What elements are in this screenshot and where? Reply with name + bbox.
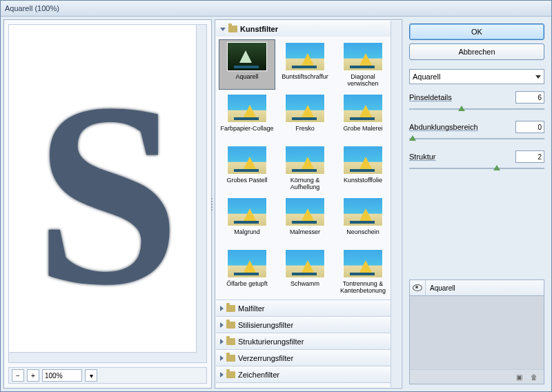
thumb-label: Malmesser [290, 228, 320, 242]
category-label: Zeichenfilter [238, 371, 279, 379]
slider-thumb-icon[interactable] [493, 165, 500, 170]
param-slider[interactable] [409, 104, 544, 114]
thumb-preview [285, 146, 325, 175]
param-label: Struktur [409, 153, 436, 161]
thumb-label: Neonschein [346, 228, 379, 242]
window-titlebar: Aquarell (100%) [1, 1, 551, 17]
filter-thumb[interactable]: Aquarell [219, 39, 275, 90]
scrollbar-vertical[interactable] [196, 25, 206, 362]
thumb-preview [285, 197, 325, 226]
thumb-label: Aquarell [235, 73, 258, 87]
category-header[interactable]: Stilisierungsfilter [216, 317, 391, 333]
param-value-input[interactable] [515, 91, 544, 104]
zoom-in-button[interactable]: + [27, 369, 39, 382]
filter-thumb[interactable]: Diagonal verwischen [335, 39, 391, 90]
category-header[interactable]: Zeichenfilter [216, 366, 391, 382]
chevron-down-icon [535, 75, 541, 79]
visibility-toggle[interactable] [410, 280, 426, 295]
param-pinseldetails: Pinseldetails [409, 91, 544, 114]
preview-panel: S − + 100% ▾ [3, 19, 212, 389]
thumb-label: Körnung & Aufhellung [278, 177, 332, 190]
param-slider[interactable] [409, 164, 544, 173]
triangle-right-icon [220, 322, 224, 328]
category-label: Verzerrungsfilter [238, 354, 293, 362]
filter-thumb[interactable]: Grobe Malerei [335, 91, 391, 141]
thumb-label: Malgrund [234, 228, 260, 242]
param-struktur: Struktur [409, 150, 544, 173]
category-header[interactable]: Kunstfilter [216, 21, 391, 37]
filter-thumb[interactable]: Grobes Pastell [219, 143, 275, 193]
thumb-preview [227, 249, 267, 278]
thumb-label: Diagonal verwischen [336, 73, 390, 87]
zoom-value[interactable]: 100% [42, 369, 82, 382]
delete-effect-layer-button[interactable]: 🗑 [530, 373, 538, 381]
filter-thumb[interactable]: Malgrund [219, 195, 275, 245]
category-header[interactable]: Verzerrungsfilter [216, 350, 391, 366]
folder-icon [226, 305, 235, 312]
thumb-preview [227, 146, 267, 175]
category-header[interactable]: Strukturierungsfilter [216, 333, 391, 349]
slider-thumb-icon[interactable] [458, 106, 465, 111]
filter-thumb[interactable]: Malmesser [277, 195, 333, 245]
filter-thumb[interactable]: Ölfarbe getupft [219, 246, 275, 297]
filter-gallery: KunstfilterAquarellBuntstiftschraffurDia… [215, 19, 402, 389]
slider-thumb-icon[interactable] [409, 135, 416, 141]
triangle-right-icon [220, 306, 224, 311]
layers-body [410, 296, 544, 369]
thumb-preview [343, 197, 383, 226]
thumb-label: Kunststofffolie [344, 177, 382, 190]
triangle-right-icon [220, 339, 224, 344]
zoom-out-button[interactable]: − [12, 369, 24, 382]
thumb-preview [343, 249, 383, 278]
folder-icon [226, 355, 235, 362]
param-label: Abdunklungsbereich [409, 123, 478, 131]
thumb-preview [343, 42, 383, 71]
filter-thumb[interactable]: Schwamm [277, 246, 333, 297]
filter-thumb[interactable]: Farbpapier-Collage [219, 91, 275, 141]
filter-thumb[interactable]: Kunststofffolie [335, 143, 391, 193]
param-value-input[interactable] [515, 150, 544, 163]
thumb-preview [227, 197, 267, 226]
preview-image: S [34, 43, 180, 344]
triangle-right-icon [220, 372, 224, 378]
triangle-down-icon [220, 28, 226, 31]
thumb-preview [227, 94, 267, 123]
thumb-preview [227, 42, 267, 71]
filter-select[interactable]: Aquarell [409, 69, 544, 84]
thumb-label: Fresko [295, 125, 315, 139]
folder-icon [228, 26, 237, 32]
category-header[interactable]: Malfilter [216, 300, 391, 316]
filter-thumb[interactable]: Neonschein [335, 195, 391, 245]
eye-icon [413, 284, 422, 291]
cancel-button[interactable]: Abbrechen [409, 43, 544, 60]
filter-dialog: Aquarell (100%) S − + 100% ▾ Kunstfilter… [0, 0, 552, 392]
folder-icon [226, 371, 235, 378]
preview-canvas[interactable]: S [8, 24, 207, 363]
scrollbar-vertical[interactable] [391, 21, 401, 387]
thumb-label: Farbpapier-Collage [220, 125, 273, 139]
param-slider[interactable] [409, 134, 544, 144]
filter-thumb[interactable]: Buntstiftschraffur [277, 39, 333, 90]
new-effect-layer-button[interactable]: ▣ [515, 373, 523, 381]
window-title: Aquarell (100%) [5, 4, 59, 12]
zoom-bar: − + 100% ▾ [8, 367, 207, 384]
thumb-label: Buntstiftschraffur [282, 73, 328, 87]
filter-thumb[interactable]: Körnung & Aufhellung [277, 143, 333, 193]
folder-icon [226, 338, 235, 345]
category-label: Malfilter [238, 304, 265, 313]
scrollbar-horizontal[interactable] [9, 352, 197, 362]
layer-title[interactable]: Aquarell [426, 284, 544, 292]
folder-icon [226, 322, 235, 329]
filter-thumb[interactable]: Fresko [277, 91, 333, 141]
param-abdunklungsbereich: Abdunklungsbereich [409, 121, 544, 144]
thumb-preview [285, 249, 325, 278]
effect-layers: Aquarell ▣ 🗑 [409, 280, 544, 384]
category-label: Strukturierungsfilter [238, 337, 304, 346]
triangle-right-icon [220, 355, 224, 361]
thumb-label: Ölfarbe getupft [226, 280, 268, 294]
param-value-input[interactable] [515, 121, 544, 133]
filter-thumb[interactable]: Tontrennung & Kantenbetonung [335, 246, 391, 297]
ok-button[interactable]: OK [409, 23, 544, 40]
zoom-dropdown-button[interactable]: ▾ [85, 369, 97, 382]
param-label: Pinseldetails [409, 93, 452, 101]
